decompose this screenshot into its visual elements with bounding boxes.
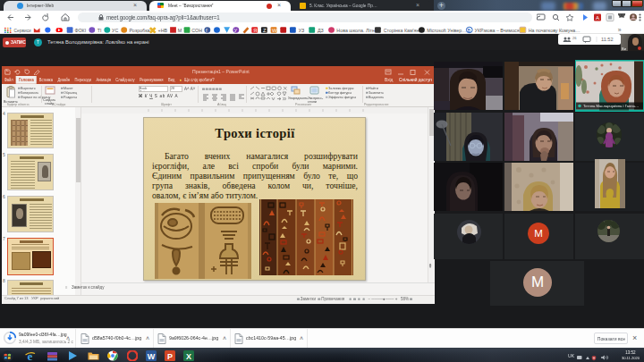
svg-text:ТІ: ТІ xyxy=(97,28,102,33)
svg-text:»: » xyxy=(618,27,622,33)
svg-text:A: A xyxy=(596,15,599,21)
svg-text:УКР.мова – Вчимося: УКР.мова – Вчимося xyxy=(475,28,520,33)
svg-text:М: М xyxy=(178,28,182,33)
svg-text:У: У xyxy=(233,28,237,33)
svg-text:УС: УС xyxy=(112,28,118,33)
svg-text:+HВ: +HВ xyxy=(158,28,168,33)
svg-text:Тетяна Масларчуківна і Ганна…: Тетяна Масларчуківна і Ганна… xyxy=(583,104,639,108)
svg-text:W: W xyxy=(272,28,277,33)
svg-text:26: 26 xyxy=(572,36,577,40)
svg-text:Нова школа. Літн…: Нова школа. Літн… xyxy=(336,28,379,33)
svg-text:УЗ: УЗ xyxy=(299,28,304,33)
svg-text:СОН: СОН xyxy=(191,28,202,33)
svg-text:ДЗ: ДЗ xyxy=(318,28,324,33)
svg-text:X: X xyxy=(186,352,191,361)
svg-text:11:52: 11:52 xyxy=(601,37,614,42)
svg-text:W: W xyxy=(148,352,156,361)
svg-text:ФОКІ: ФОКІ xyxy=(74,28,86,33)
svg-text:Сервиси: Сервиси xyxy=(14,29,32,33)
svg-text:e: e xyxy=(28,350,33,362)
svg-text:P: P xyxy=(167,352,173,361)
svg-text:Z: Z xyxy=(263,28,267,33)
svg-text:Розробка: Розробка xyxy=(130,28,150,33)
svg-text:Microsoft Універ…: Microsoft Універ… xyxy=(427,28,466,33)
svg-text:Я: Я xyxy=(253,28,257,33)
svg-text:В: В xyxy=(467,28,470,33)
svg-text:На початкову Комуна…: На початкову Комуна… xyxy=(529,28,580,33)
